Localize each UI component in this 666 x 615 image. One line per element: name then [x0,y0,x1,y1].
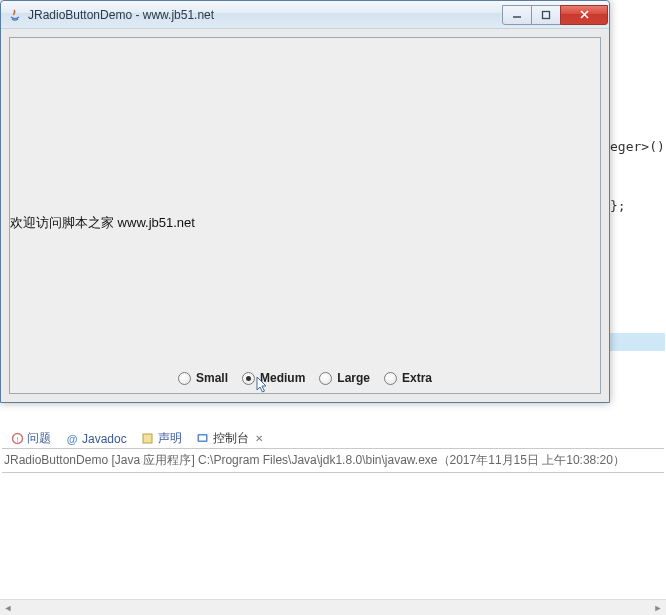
titlebar[interactable]: JRadioButtonDemo - www.jb51.net [1,1,609,29]
radio-extra[interactable]: Extra [380,369,436,387]
code-highlight [607,333,665,351]
tab-declaration[interactable]: 声明 [135,428,188,449]
radio-icon [384,372,397,385]
app-window: JRadioButtonDemo - www.jb51.net 欢迎访问脚本之家… [0,0,610,403]
radio-label: Small [196,371,228,385]
tab-label: 问题 [27,430,51,447]
javadoc-icon: @ [65,432,79,446]
tab-javadoc[interactable]: @ Javadoc [59,430,133,448]
display-text: 欢迎访问脚本之家 www.jb51.net [10,214,195,232]
window-controls [503,5,608,25]
radio-icon [242,372,255,385]
radio-icon [319,372,332,385]
maximize-button[interactable] [531,5,561,25]
declaration-icon [141,432,155,446]
app-content-panel: 欢迎访问脚本之家 www.jb51.net Small Medium Large… [9,37,601,394]
radio-small[interactable]: Small [174,369,232,387]
tab-label: Javadoc [82,432,127,446]
horizontal-scrollbar[interactable]: ◄ ► [0,599,666,615]
radio-icon [178,372,191,385]
svg-text:!: ! [16,435,18,444]
code-fragment: }; [610,198,626,213]
svg-rect-1 [543,11,550,18]
svg-rect-8 [199,436,206,441]
svg-rect-6 [143,434,152,443]
radio-group: Small Medium Large Extra [10,369,600,387]
close-icon[interactable]: ✕ [255,433,263,444]
tab-label: 声明 [158,430,182,447]
tab-problems[interactable]: ! 问题 [4,428,57,449]
radio-label: Medium [260,371,305,385]
scroll-left-icon[interactable]: ◄ [0,600,16,615]
radio-medium[interactable]: Medium [238,369,309,387]
code-fragment: eger>(); [610,139,666,154]
scroll-right-icon[interactable]: ► [650,600,666,615]
console-icon [196,432,210,446]
close-button[interactable] [560,5,608,25]
radio-label: Extra [402,371,432,385]
minimize-button[interactable] [502,5,532,25]
problems-icon: ! [10,432,24,446]
tab-label: 控制台 [213,430,249,447]
console-process-line: JRadioButtonDemo [Java 应用程序] C:\Program … [2,448,664,473]
tab-console[interactable]: 控制台 ✕ [190,428,269,449]
radio-large[interactable]: Large [315,369,374,387]
radio-label: Large [337,371,370,385]
ide-view-tabs: ! 问题 @ Javadoc 声明 控制台 ✕ [4,428,269,449]
window-title: JRadioButtonDemo - www.jb51.net [28,8,503,22]
java-icon [7,7,23,23]
